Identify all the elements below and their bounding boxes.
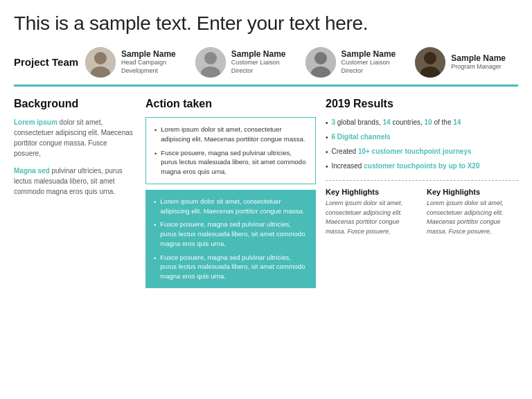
result-item-1: • 3 global brands, 14 countries, 10 of t… <box>326 117 518 128</box>
background-title: Background <box>14 98 134 110</box>
result-teal-1d: 14 <box>453 118 461 126</box>
result-text-4: Increased customer touchpoints by up to … <box>332 161 480 172</box>
result-item-4: • Increased customer touchpoints by up t… <box>326 161 518 172</box>
team-member-1: Sample Name Head Campaign Development <box>78 47 188 78</box>
bullet-icon-3: • <box>154 197 156 216</box>
result-normal-4a: Increased <box>332 162 364 170</box>
action-teal-text-1: Lorem ipsum dolor sit amet, consectetuer… <box>160 197 308 216</box>
team-member-3: Sample Name Customer Liaison Director <box>299 47 409 78</box>
highlight-col-2: Key Highlights Lorem ipsum dolor sit ame… <box>427 188 518 236</box>
action-white-box: • Lorem ipsum dolor sit amet, consectetu… <box>145 117 316 184</box>
project-team-row: Project Team Sample Name Head Campaign D… <box>14 47 518 78</box>
action-title: Action taken <box>145 98 316 110</box>
action-teal-text-3: Fusce posuere, magna sed pulvinar ultric… <box>160 253 308 281</box>
results-title: 2019 Results <box>326 98 518 110</box>
team-members: Sample Name Head Campaign Development Sa… <box>78 47 518 78</box>
result-normal-3a: Created <box>332 148 358 155</box>
background-para2: Magna sed pulvinar ultricies, purus lect… <box>14 166 134 197</box>
member-name-2: Sample Name <box>231 49 299 59</box>
highlights-divider <box>326 180 518 181</box>
bullet-icon-r3: • <box>326 147 328 157</box>
action-column: Action taken • Lorem ipsum dolor sit ame… <box>145 98 326 288</box>
background-highlight2: Magna sed <box>14 167 50 175</box>
action-white-item-1: • Lorem ipsum dolor sit amet, consectetu… <box>154 125 307 144</box>
project-team-label: Project Team <box>14 56 78 69</box>
bullet-icon-r4: • <box>326 161 328 172</box>
member-role-3: Customer Liaison Director <box>342 59 409 75</box>
member-info-4: Sample Name Program Manager <box>451 53 506 71</box>
action-white-text-1: Lorem ipsum dolor sit amet, consectetuer… <box>161 125 307 144</box>
highlight-title-2: Key Highlights <box>427 188 518 196</box>
member-name-3: Sample Name <box>342 49 409 59</box>
bullet-icon-1: • <box>154 125 157 144</box>
result-teal-4: customer touchpoints by up to X20 <box>364 162 479 170</box>
member-role-1: Head Campaign Development <box>121 59 188 75</box>
result-normal-1b: countries, <box>392 118 424 126</box>
result-normal-1a: global brands, <box>337 118 383 126</box>
content-area: Background Lorem ipsum dolor sit amet, c… <box>14 98 518 288</box>
avatar-4 <box>415 47 445 78</box>
action-teal-text-2: Fusce posuere, magna sed pulvinar ultric… <box>160 220 308 248</box>
member-role-4: Program Manager <box>451 63 506 71</box>
background-highlight1: Lorem ipsum <box>14 118 57 126</box>
bullet-icon-r1: • <box>326 118 328 128</box>
result-teal-1b: 14 <box>382 118 390 126</box>
highlight-title-1: Key Highlights <box>326 188 417 196</box>
results-column: 2019 Results • 3 global brands, 14 count… <box>326 98 518 288</box>
avatar-1 <box>85 47 116 78</box>
member-info-2: Sample Name Customer Liaison Director <box>231 49 299 75</box>
avatar-3 <box>305 47 336 78</box>
result-item-3: • Created 10+ customer touchpoint journe… <box>326 146 518 157</box>
member-role-2: Customer Liaison Director <box>231 59 299 75</box>
main-title: This is a sample text. Enter your text h… <box>14 12 518 35</box>
member-name-4: Sample Name <box>451 53 506 63</box>
highlight-text-1: Lorem ipsum dolor sit amet, consectetuer… <box>326 199 417 236</box>
member-info-3: Sample Name Customer Liaison Director <box>342 49 409 75</box>
action-teal-item-2: • Fusce posuere, magna sed pulvinar ultr… <box>154 220 308 248</box>
highlights-row: Key Highlights Lorem ipsum dolor sit ame… <box>326 188 518 236</box>
team-member-2: Sample Name Customer Liaison Director <box>188 47 299 78</box>
bullet-icon-5: • <box>154 254 156 281</box>
result-normal-1c: of the <box>434 118 453 126</box>
member-name-1: Sample Name <box>121 49 188 59</box>
svg-point-4 <box>204 52 217 64</box>
result-teal-1c: 10 <box>425 118 432 126</box>
result-teal-2: 6 Digital channels <box>332 132 391 143</box>
result-teal-1a: 3 <box>332 118 336 126</box>
bullet-icon-r2: • <box>326 132 328 143</box>
svg-point-7 <box>314 52 327 64</box>
background-para1: Lorem ipsum dolor sit amet, consectetuer… <box>14 117 134 159</box>
action-white-text-2: Fusce posuere, magna sed pulvinar ultric… <box>161 148 307 177</box>
highlight-col-1: Key Highlights Lorem ipsum dolor sit ame… <box>326 188 417 236</box>
result-teal-3: 10+ customer touchpoint journeys <box>358 148 472 155</box>
result-text-1: 3 global brands, 14 countries, 10 of the… <box>332 117 461 128</box>
teal-divider <box>14 85 518 87</box>
svg-point-1 <box>94 52 107 64</box>
highlight-text-2: Lorem ipsum dolor sit amet, consectetuer… <box>427 199 518 236</box>
background-column: Background Lorem ipsum dolor sit amet, c… <box>14 98 145 288</box>
results-list: • 3 global brands, 14 countries, 10 of t… <box>326 117 518 172</box>
team-member-4: Sample Name Program Manager <box>408 47 518 78</box>
avatar-2 <box>195 47 226 78</box>
member-info-1: Sample Name Head Campaign Development <box>121 49 188 75</box>
action-teal-box: • Lorem ipsum dolor sit amet, consectetu… <box>145 190 316 288</box>
action-teal-item-3: • Fusce posuere, magna sed pulvinar ultr… <box>154 253 308 281</box>
action-white-item-2: • Fusce posuere, magna sed pulvinar ultr… <box>154 148 307 177</box>
action-teal-item-1: • Lorem ipsum dolor sit amet, consectetu… <box>154 197 308 216</box>
result-item-2: • 6 Digital channels <box>326 132 518 143</box>
bullet-icon-4: • <box>154 220 156 248</box>
result-text-3: Created 10+ customer touchpoint journeys <box>332 146 472 157</box>
svg-point-10 <box>424 52 436 64</box>
bullet-icon-2: • <box>154 149 157 177</box>
